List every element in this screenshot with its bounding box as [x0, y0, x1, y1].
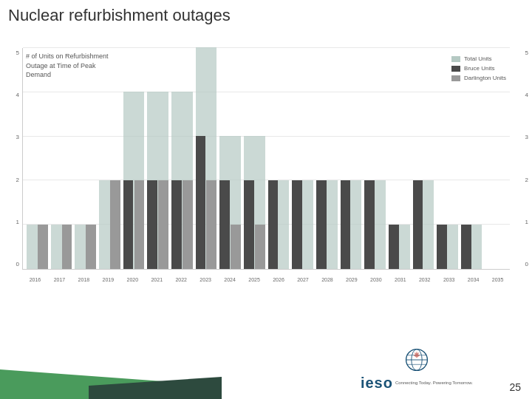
bar-darlington — [158, 180, 168, 269]
bar-bruce — [389, 225, 399, 269]
legend-color-bruce — [451, 66, 460, 72]
bar-bruce — [244, 180, 254, 269]
bar-bruce — [364, 180, 375, 269]
x-label: 2035 — [485, 277, 510, 282]
x-label: 2025 — [242, 277, 267, 282]
y-label-2: 2 — [4, 177, 19, 183]
y-label-r0: 0 — [514, 261, 528, 267]
bar-bruce — [461, 225, 471, 269]
bar-bruce — [171, 180, 182, 269]
bar-darlington — [206, 180, 216, 269]
x-label: 2032 — [412, 277, 437, 282]
page-number: 25 — [509, 381, 521, 393]
x-label: 2034 — [461, 277, 485, 282]
y-label-1: 1 — [4, 219, 19, 225]
globe-icon — [403, 347, 430, 373]
bar-group — [50, 48, 73, 269]
x-label: 2029 — [339, 277, 364, 282]
bar-group — [291, 48, 314, 269]
legend-color-total — [451, 56, 460, 62]
bar-group — [243, 48, 266, 269]
bar-group — [340, 48, 363, 269]
legend-label-total: Total Units — [464, 55, 491, 62]
legend-item-total: Total Units — [451, 55, 506, 62]
bar-darlington — [110, 180, 120, 269]
x-axis: 2016201720182019202020212022202320242025… — [23, 277, 510, 282]
bar-group — [267, 48, 290, 269]
x-label: 2030 — [364, 277, 388, 282]
x-label: 2022 — [169, 277, 194, 282]
ieso-tagline: Connecting Today. Powering Tomorrow. — [395, 381, 473, 386]
y-label-r4: 4 — [514, 92, 528, 98]
bar-darlington — [62, 225, 72, 269]
page-title: Nuclear refurbishment outages — [8, 6, 231, 25]
bar-bruce — [268, 180, 279, 269]
x-label: 2020 — [120, 277, 145, 282]
bar-bruce — [292, 180, 302, 269]
bar-darlington — [255, 225, 265, 269]
bar-bruce — [341, 180, 351, 269]
ieso-text: ieso Connecting Today. Powering Tomorrow… — [361, 375, 473, 392]
bar-darlington — [38, 225, 48, 269]
y-label-r1: 1 — [514, 219, 528, 225]
bar-group — [98, 48, 121, 269]
chart-area: 5 4 3 2 1 0 5 4 3 2 1 0 2016201720182019… — [22, 48, 510, 270]
bar-group — [316, 48, 338, 269]
bar-group — [195, 48, 218, 269]
chart-label: # of Units on Refurbishment Outage at Ti… — [26, 52, 115, 80]
y-label-5: 5 — [4, 50, 19, 56]
x-label: 2016 — [23, 277, 47, 282]
bar-bruce — [123, 180, 134, 269]
legend-label-bruce: Bruce Units — [464, 65, 494, 72]
bar-darlington — [86, 225, 96, 269]
bar-group — [412, 48, 435, 269]
bar-group — [74, 48, 97, 269]
legend-item-bruce: Bruce Units — [451, 65, 506, 72]
ieso-brand: ieso — [361, 375, 393, 392]
bar-bruce — [413, 180, 423, 269]
y-label-r5: 5 — [514, 50, 528, 56]
x-label: 2017 — [47, 277, 72, 282]
bar-bruce — [316, 180, 327, 269]
ieso-logo: ieso Connecting Today. Powering Tomorrow… — [361, 347, 473, 392]
bars-area — [23, 48, 510, 269]
legend-label-darlington: Darlington Units — [464, 75, 506, 81]
bar-bruce — [147, 180, 157, 269]
bar-group — [364, 48, 386, 269]
bar-group — [388, 48, 411, 269]
y-axis-right: 5 4 3 2 1 0 — [514, 48, 528, 269]
x-label: 2033 — [437, 277, 461, 282]
x-label: 2021 — [145, 277, 169, 282]
x-label: 2019 — [96, 277, 120, 282]
x-label: 2026 — [267, 277, 291, 282]
y-label-0: 0 — [4, 261, 19, 267]
y-label-4: 4 — [4, 92, 19, 98]
bar-bruce — [196, 136, 206, 269]
x-label: 2031 — [388, 277, 412, 282]
bar-darlington — [134, 180, 145, 269]
y-label-r3: 3 — [514, 134, 528, 140]
bar-group — [123, 48, 146, 269]
x-label: 2018 — [72, 277, 96, 282]
y-axis-left: 5 4 3 2 1 0 — [4, 48, 19, 269]
bar-group — [219, 48, 242, 269]
bar-bruce — [437, 225, 447, 269]
bar-bruce — [219, 180, 230, 269]
x-label: 2023 — [194, 277, 218, 282]
x-label: 2027 — [290, 277, 315, 282]
bar-darlington — [231, 225, 241, 269]
bar-group — [26, 48, 49, 269]
legend-item-darlington: Darlington Units — [451, 75, 506, 81]
legend: Total Units Bruce Units Darlington Units — [451, 55, 506, 81]
x-label: 2024 — [218, 277, 242, 282]
y-label-3: 3 — [4, 134, 19, 140]
bar-darlington — [183, 180, 193, 269]
y-label-r2: 2 — [514, 177, 528, 183]
legend-color-darlington — [451, 75, 460, 81]
x-label: 2028 — [315, 277, 339, 282]
bar-group — [146, 48, 169, 269]
bar-group — [171, 48, 194, 269]
